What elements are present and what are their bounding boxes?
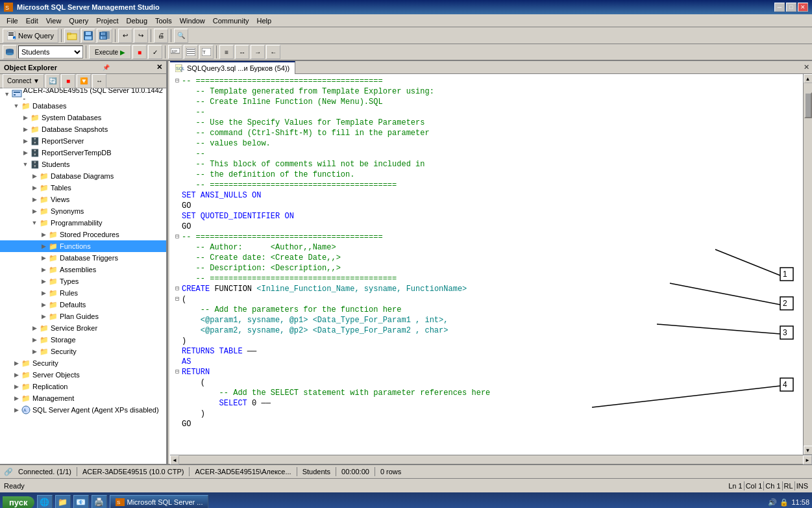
oe-filter-btn[interactable]: 🔽 xyxy=(77,74,91,88)
format-btn[interactable]: ≡ xyxy=(219,45,234,59)
tree-item-assemblies[interactable]: ▶ 📁 Assemblies xyxy=(0,264,166,275)
scroll-left[interactable]: ◄ xyxy=(170,455,179,464)
expand-service-broker[interactable]: ▶ xyxy=(30,324,39,333)
expand-reportserver[interactable]: ▶ xyxy=(21,136,30,146)
tree-item-sql-agent[interactable]: ▶ A SQL Server Agent (Agent XPs disabled… xyxy=(0,404,166,416)
menu-debug[interactable]: Debug xyxy=(123,16,151,26)
tree-item-snapshots[interactable]: ▶ 📁 Database Snapshots xyxy=(0,123,166,135)
tree-item-tables[interactable]: ▶ 📁 Tables xyxy=(0,182,166,194)
menu-tools[interactable]: Tools xyxy=(151,16,176,26)
expand-marker-5[interactable]: ⊟ xyxy=(173,368,182,375)
menu-view[interactable]: View xyxy=(42,16,66,26)
save-all-btn[interactable] xyxy=(97,29,112,43)
tree-item-plan-guides[interactable]: ▶ 📁 Plan Guides xyxy=(0,311,166,322)
indent-btn[interactable]: → xyxy=(251,45,265,59)
stop-btn[interactable]: ■ xyxy=(132,45,147,59)
expand-security[interactable]: ▶ xyxy=(12,359,21,368)
tree-item-types[interactable]: ▶ 📁 Types xyxy=(0,275,166,287)
expand-stored-procs[interactable]: ▶ xyxy=(39,230,48,239)
print-btn[interactable]: 🖨 xyxy=(154,29,168,43)
editor-close-button[interactable]: ✕ xyxy=(804,63,809,71)
tree-item-views[interactable]: ▶ 📁 Views xyxy=(0,194,166,205)
tree-item-programmability[interactable]: ▼ 📁 Programmability xyxy=(0,217,166,229)
redo-btn[interactable]: ↪ xyxy=(134,29,148,43)
save-btn[interactable] xyxy=(81,29,95,43)
database-select[interactable]: Students xyxy=(18,45,83,58)
expand-marker-3[interactable]: ⊟ xyxy=(173,285,182,292)
expand-db-triggers[interactable]: ▶ xyxy=(39,253,48,262)
expand-marker-2[interactable]: ⊟ xyxy=(173,233,182,240)
taskbar-icon-1[interactable]: 🌐 xyxy=(37,495,53,508)
editor-tab[interactable]: SQL SQLQuery3.sql ...и Бурков (54)) xyxy=(170,61,295,74)
taskbar-icon-3[interactable]: 📧 xyxy=(73,495,89,508)
tree-item-reportserver[interactable]: ▶ 🗄️ ReportServer xyxy=(0,135,166,147)
tree-item-db-triggers[interactable]: ▶ 📁 Database Triggers xyxy=(0,252,166,264)
tree-item-replication[interactable]: ▶ 📁 Replication xyxy=(0,381,166,392)
parse-btn[interactable]: ✓ xyxy=(148,45,162,59)
oe-connect-button[interactable]: Connect ▼ xyxy=(3,74,44,88)
oe-close[interactable]: ✕ xyxy=(156,63,162,71)
tree-item-defaults[interactable]: ▶ 📁 Defaults xyxy=(0,299,166,311)
display-text-btn[interactable]: T xyxy=(199,45,214,59)
execute-button[interactable]: Execute ▶ xyxy=(89,45,131,59)
display-ep-btn[interactable]: EP xyxy=(168,45,182,59)
tree-item-db-diagrams[interactable]: ▶ 📁 Database Diagrams xyxy=(0,170,166,182)
code-editor[interactable]: ⊟ -- ===================================… xyxy=(170,74,803,455)
scroll-up[interactable]: ▲ xyxy=(804,74,813,83)
expand-db-diagrams[interactable]: ▶ xyxy=(30,171,39,181)
taskbar-icon-2[interactable]: 📁 xyxy=(55,495,71,508)
oe-refresh-btn[interactable]: 🔄 xyxy=(45,74,60,88)
scroll-down[interactable]: ▼ xyxy=(804,446,813,455)
tree-item-storage[interactable]: ▶ 📁 Storage xyxy=(0,334,166,346)
undo-btn[interactable]: ↩ xyxy=(118,29,132,43)
comment-btn[interactable]: -- xyxy=(235,45,249,59)
oe-tree[interactable]: ▼ ACER-3AD5E49515 (SQL Server 10.0.1442 … xyxy=(0,88,166,464)
expand-snapshots[interactable]: ▶ xyxy=(21,125,30,134)
scroll-thumb[interactable] xyxy=(804,92,812,118)
menu-window[interactable]: Window xyxy=(176,16,209,26)
expand-server-objects[interactable]: ▶ xyxy=(12,370,21,379)
oe-sync-btn[interactable]: ↔ xyxy=(92,74,106,88)
start-button[interactable]: пуск xyxy=(3,496,34,509)
tree-item-security-db[interactable]: ▶ 📁 Security xyxy=(0,346,166,357)
expand-security-db[interactable]: ▶ xyxy=(30,347,39,356)
expand-programmability[interactable]: ▼ xyxy=(30,218,39,227)
tree-item-service-broker[interactable]: ▶ 📁 Service Broker xyxy=(0,322,166,334)
expand-management[interactable]: ▶ xyxy=(12,394,21,403)
menu-edit[interactable]: Edit xyxy=(22,16,42,26)
expand-plan-guides[interactable]: ▶ xyxy=(39,312,48,321)
minimize-button[interactable]: ─ xyxy=(774,3,785,12)
search-btn[interactable]: 🔍 xyxy=(174,29,188,43)
tree-item-management[interactable]: ▶ 📁 Management xyxy=(0,392,166,404)
tree-item-server-objects[interactable]: ▶ 📁 Server Objects xyxy=(0,369,166,381)
expand-marker-4[interactable]: ⊟ xyxy=(173,295,182,303)
horizontal-scrollbar[interactable]: ◄ ► xyxy=(170,455,812,464)
expand-databases[interactable]: ▼ xyxy=(12,101,21,110)
close-button[interactable]: ✕ xyxy=(798,3,808,12)
expand-views[interactable]: ▶ xyxy=(30,195,39,204)
expand-reportservertempdb[interactable]: ▶ xyxy=(21,148,30,157)
vertical-scrollbar[interactable]: ▲ ▼ xyxy=(803,74,812,455)
tree-item-reportservertempdb[interactable]: ▶ 🗄️ ReportServerTempDB xyxy=(0,147,166,159)
maximize-button[interactable]: □ xyxy=(786,3,796,12)
expand-assemblies[interactable]: ▶ xyxy=(39,265,48,274)
expand-sql-agent[interactable]: ▶ xyxy=(12,405,21,414)
scroll-right[interactable]: ► xyxy=(803,455,812,464)
expand-server[interactable]: ▼ xyxy=(3,90,12,99)
expand-tables[interactable]: ▶ xyxy=(30,183,39,192)
tree-item-system-databases[interactable]: ▶ 📁 System Databases xyxy=(0,112,166,123)
tree-item-security[interactable]: ▶ 📁 Security xyxy=(0,357,166,369)
menu-file[interactable]: File xyxy=(3,16,22,26)
expand-rules[interactable]: ▶ xyxy=(39,288,48,298)
expand-types[interactable]: ▶ xyxy=(39,277,48,286)
menu-help[interactable]: Help xyxy=(252,16,275,26)
taskbar-icon-4[interactable]: 🖨️ xyxy=(92,495,107,508)
expand-synonyms[interactable]: ▶ xyxy=(30,207,39,216)
open-btn[interactable] xyxy=(64,29,80,43)
expand-system-db[interactable]: ▶ xyxy=(21,113,30,122)
tree-item-synonyms[interactable]: ▶ 📁 Synonyms xyxy=(0,205,166,217)
expand-storage[interactable]: ▶ xyxy=(30,335,39,344)
tree-item-students[interactable]: ▼ 🗄️ Students xyxy=(0,159,166,170)
taskbar-ssms-button[interactable]: S Microsoft SQL Server ... xyxy=(110,495,209,508)
display-results-btn[interactable] xyxy=(184,45,198,59)
